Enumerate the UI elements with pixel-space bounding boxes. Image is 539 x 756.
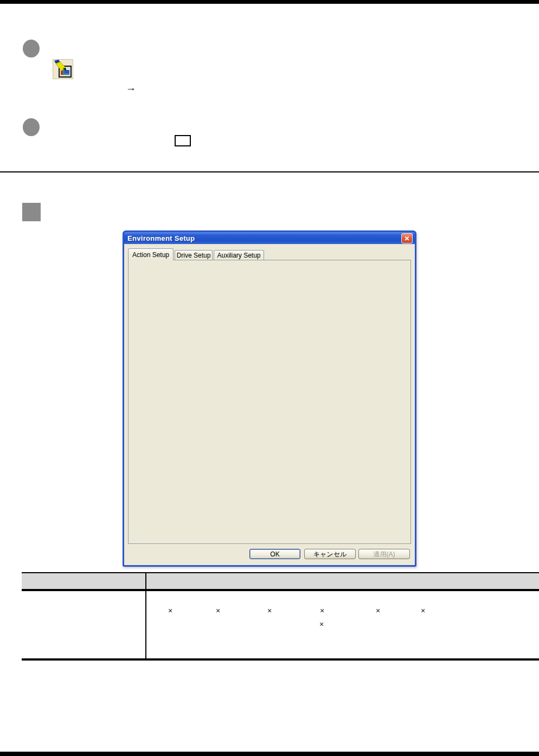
- tab-auxiliary-setup[interactable]: Auxiliary Setup: [214, 250, 264, 260]
- environment-setup-icon: [53, 59, 73, 79]
- table-x-mark: ×: [374, 607, 382, 614]
- table-x-mark: ×: [265, 607, 274, 614]
- table-x-mark: ×: [166, 607, 175, 614]
- table-column-divider: [145, 572, 146, 658]
- table-bottom-border: [22, 658, 539, 661]
- page-top-rule: [0, 0, 539, 4]
- tab-label: Action Setup: [132, 251, 169, 259]
- table-header-border: [22, 589, 539, 591]
- table-x-mark: ×: [214, 607, 222, 614]
- tab-page-action-setup: [128, 260, 411, 544]
- section-divider: [0, 171, 539, 172]
- manual-page: → Environment Setup ✕ Action Setup Drive…: [0, 0, 539, 756]
- table-header-row: [22, 573, 539, 589]
- table-x-mark: ×: [318, 607, 326, 614]
- tab-label: Auxiliary Setup: [217, 252, 260, 259]
- tab-drive-setup[interactable]: Drive Setup: [175, 250, 213, 260]
- flow-arrow: →: [126, 82, 136, 93]
- key-box: [175, 135, 191, 146]
- cancel-button[interactable]: キャンセル: [304, 549, 356, 559]
- apply-button[interactable]: 適用(A): [358, 549, 410, 559]
- page-bottom-rule: [0, 752, 539, 756]
- environment-setup-dialog: Environment Setup ✕ Action Setup Drive S…: [123, 230, 416, 567]
- step-marker-2: [23, 118, 40, 136]
- table-x-mark: ×: [419, 607, 427, 614]
- close-button[interactable]: ✕: [401, 233, 413, 244]
- dialog-titlebar[interactable]: Environment Setup ✕: [124, 232, 415, 244]
- tab-action-setup[interactable]: Action Setup: [128, 248, 174, 260]
- section-marker: [22, 203, 41, 221]
- tab-label: Drive Setup: [177, 252, 211, 259]
- close-icon: ✕: [404, 235, 409, 242]
- ok-button[interactable]: OK: [249, 549, 300, 559]
- dialog-title: Environment Setup: [124, 234, 195, 242]
- table-x-mark-secondary: ×: [317, 620, 326, 628]
- step-marker-1: [23, 40, 40, 57]
